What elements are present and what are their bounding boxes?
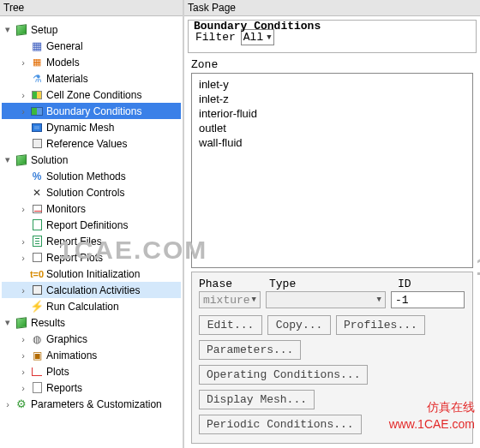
twisty-icon[interactable]: › — [17, 57, 29, 68]
twisty-icon[interactable]: › — [17, 106, 29, 116]
tree-item-monitors[interactable]: ›Monitors — [2, 200, 181, 217]
zone-item[interactable]: outlet — [199, 121, 465, 135]
calc-icon — [33, 285, 42, 295]
tree-item-label: Run Calculation — [46, 301, 119, 313]
tree-item-models[interactable]: ›▦Models — [2, 54, 181, 70]
tree-item-animations[interactable]: ›▣Animations — [2, 347, 181, 363]
zone-item[interactable]: wall-fluid — [199, 135, 465, 150]
twisty-icon[interactable]: › — [17, 383, 29, 393]
methods-icon: % — [33, 170, 42, 182]
twisty-icon[interactable]: › — [17, 90, 29, 100]
tree-item-plots[interactable]: ›Plots — [2, 363, 181, 379]
periodic-conditions-button[interactable]: Periodic Conditions... — [199, 415, 362, 434]
init-icon: t=0 — [30, 269, 44, 279]
report-file-icon — [33, 236, 42, 247]
group-heading: Boundary Conditions — [194, 20, 321, 33]
id-label: ID — [398, 278, 449, 290]
tree-item-cell-zone-conditions[interactable]: ›Cell Zone Conditions — [2, 87, 181, 103]
tree-item-label: Plots — [46, 366, 69, 378]
twisty-icon[interactable]: ▾ — [2, 24, 14, 35]
tree-item-label: Reports — [46, 382, 82, 394]
tree-item-label: Report Definitions — [46, 219, 128, 231]
animation-icon: ▣ — [33, 349, 42, 361]
tree-item-solution-controls[interactable]: •✕Solution Controls — [2, 184, 181, 200]
chevron-down-icon: ▼ — [252, 296, 256, 304]
tree-item-boundary-conditions[interactable]: ›Boundary Conditions — [2, 103, 181, 119]
twisty-icon[interactable]: › — [17, 285, 29, 296]
cube-icon — [16, 317, 27, 328]
flask-icon: ⚗ — [33, 73, 42, 85]
tree-item-label: Calculation Activities — [46, 284, 140, 296]
tree-item-results[interactable]: ▾Results — [2, 314, 181, 331]
tree-item-run-calculation[interactable]: •⚡Run Calculation — [2, 298, 181, 314]
tree-item-calculation-activities[interactable]: ›Calculation Activities — [2, 282, 181, 298]
twisty-icon[interactable]: › — [17, 334, 29, 344]
tree-item-report-files[interactable]: ›Report Files — [2, 233, 181, 249]
tree-item-report-definitions[interactable]: •Report Definitions — [2, 217, 181, 233]
twisty-icon[interactable]: › — [2, 399, 14, 409]
tree-item-reports[interactable]: ›Reports — [2, 379, 181, 396]
reference-icon — [33, 139, 42, 148]
filter-value: All — [243, 31, 263, 44]
type-label: Type — [269, 278, 389, 290]
zone-item[interactable]: interior-fluid — [199, 106, 465, 121]
task-title: Task Page — [184, 0, 480, 16]
tree-item-solution[interactable]: ▾Solution — [2, 152, 181, 168]
display-mesh-button[interactable]: Display Mesh... — [199, 390, 315, 409]
monitor-icon — [33, 205, 42, 213]
tree-item-solution-initialization[interactable]: •t=0Solution Initialization — [2, 266, 181, 282]
filter-label: Filter — [195, 31, 236, 44]
tree-item-label: Solution — [31, 154, 68, 166]
twisty-icon[interactable]: › — [17, 253, 29, 263]
tree-item-label: Setup — [31, 24, 57, 36]
id-input[interactable] — [391, 291, 465, 308]
tree-item-reference-values[interactable]: •Reference Values — [2, 135, 181, 152]
tree-item-report-plots[interactable]: ›Report Plots — [2, 249, 181, 266]
tree-item-label: Graphics — [46, 333, 87, 345]
tree-item-label: Solution Methods — [46, 170, 126, 182]
cube-icon — [16, 154, 27, 165]
zone-properties-group: Phase Type ID mixture ▼ ▼ Edi — [191, 272, 473, 444]
tree-item-graphics[interactable]: ›◍Graphics — [2, 331, 181, 347]
tree-item-setup[interactable]: ▾Setup — [2, 21, 181, 38]
zone-item[interactable]: inlet-y — [199, 77, 465, 92]
tree-item-solution-methods[interactable]: •%Solution Methods — [2, 168, 181, 184]
twisty-icon[interactable]: › — [17, 236, 29, 247]
cell-icon — [32, 91, 42, 99]
twisty-icon[interactable]: › — [17, 204, 29, 214]
tree-item-materials[interactable]: •⚗Materials — [2, 70, 181, 87]
tree-body[interactable]: ▾Setup•▦General›▦Models•⚗Materials›Cell … — [0, 16, 183, 448]
tree-item-parameters-customization[interactable]: ›⚙Parameters & Customization — [2, 396, 181, 412]
mesh-icon — [32, 123, 42, 132]
tree-item-dynamic-mesh[interactable]: •Dynamic Mesh — [2, 119, 181, 135]
phase-value: mixture — [203, 294, 250, 307]
boundary-conditions-group: Boundary Conditions Filter All ▼ — [188, 20, 477, 53]
run-icon: ⚡ — [30, 300, 44, 313]
tree-item-general[interactable]: •▦General — [2, 38, 181, 54]
zone-listbox[interactable]: inlet-yinlet-zinterior-fluidoutletwall-f… — [191, 73, 473, 268]
chevron-down-icon: ▼ — [267, 33, 271, 42]
type-combo[interactable]: ▼ — [266, 291, 386, 308]
task-panel: Task Page 1CAE.COM Boundary Conditions F… — [184, 0, 480, 448]
twisty-icon[interactable]: › — [17, 350, 29, 361]
tree-item-label: Boundary Conditions — [46, 105, 141, 117]
cube-icon — [16, 24, 27, 35]
profiles-button[interactable]: Profiles... — [336, 315, 425, 335]
twisty-icon[interactable]: ▾ — [2, 154, 14, 165]
zone-item[interactable]: inlet-z — [199, 92, 465, 106]
edit-button[interactable]: Edit... — [199, 315, 262, 335]
phase-combo[interactable]: mixture ▼ — [199, 291, 261, 308]
tree-item-label: Report Files — [46, 236, 102, 248]
twisty-icon[interactable]: › — [17, 367, 29, 377]
tree-item-label: Report Plots — [46, 252, 103, 264]
params-icon: ⚙ — [16, 397, 27, 410]
tree-title: Tree — [0, 0, 183, 16]
parameters-button[interactable]: Parameters... — [199, 340, 301, 360]
controls-icon: ✕ — [33, 187, 41, 199]
copy-button[interactable]: Copy... — [267, 315, 331, 335]
report-plot-icon — [33, 253, 42, 262]
twisty-icon[interactable]: ▾ — [2, 317, 14, 328]
chevron-down-icon: ▼ — [377, 296, 381, 304]
tree-item-label: Monitors — [46, 203, 86, 215]
operating-conditions-button[interactable]: Operating Conditions... — [199, 365, 368, 385]
